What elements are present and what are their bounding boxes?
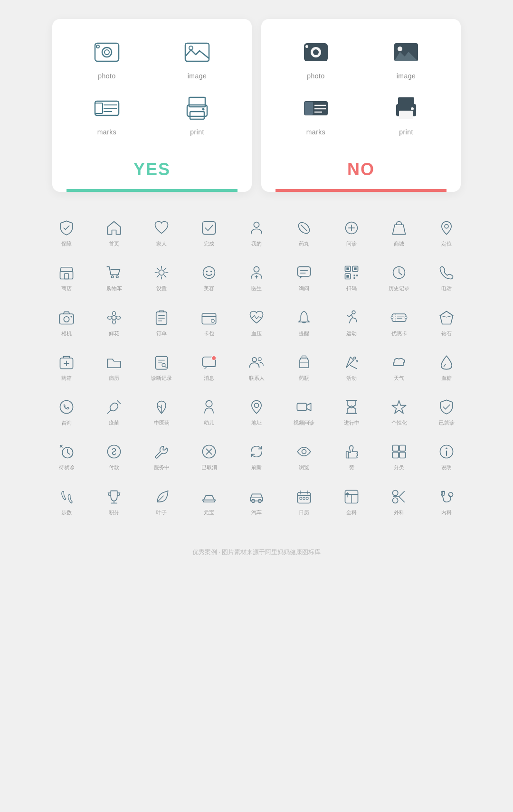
small-icon-label: 地址 xyxy=(251,419,262,426)
no-photo-label: photo xyxy=(307,72,325,80)
small-icon-28 xyxy=(105,354,123,371)
no-image-item: image xyxy=(366,38,446,80)
svg-point-130 xyxy=(446,448,447,449)
small-icon-label: 外科 xyxy=(394,509,404,516)
svg-rect-124 xyxy=(393,445,399,451)
small-icon-label: 询问 xyxy=(299,285,309,292)
yes-marks-icon xyxy=(93,94,121,123)
small-icon-48 xyxy=(200,443,218,460)
small-icon-item: 元宝 xyxy=(185,480,233,524)
small-icon-51 xyxy=(343,443,360,460)
small-icon-29 xyxy=(153,354,170,371)
small-icon-52 xyxy=(390,443,408,460)
small-icon-item: 已取消 xyxy=(185,434,233,479)
small-icon-item: 卡包 xyxy=(185,301,233,345)
small-icon-item: 日历 xyxy=(280,480,328,524)
small-icon-1 xyxy=(105,219,123,236)
small-icon-label: 积分 xyxy=(109,509,119,516)
small-icon-6 xyxy=(343,219,360,236)
no-print-icon xyxy=(392,94,420,123)
yes-image-label: image xyxy=(188,72,207,80)
small-icon-label: 活动 xyxy=(346,375,357,381)
small-icon-60 xyxy=(343,488,360,505)
yes-image-item: image xyxy=(157,38,238,80)
svg-rect-125 xyxy=(399,445,405,451)
svg-point-32 xyxy=(254,222,259,227)
small-icon-label: 电话 xyxy=(441,285,452,292)
small-icon-item: 待就诊 xyxy=(43,434,90,479)
small-icon-15 xyxy=(343,264,360,281)
small-icon-label: 诊断记录 xyxy=(151,375,172,381)
small-icon-59 xyxy=(295,488,313,505)
no-photo-item: photo xyxy=(276,38,356,80)
small-icon-50 xyxy=(295,443,313,460)
small-icon-label: 鲜花 xyxy=(109,330,119,337)
small-icon-label: 说明 xyxy=(441,464,452,471)
small-icon-46 xyxy=(105,443,123,460)
small-icon-item: 商城 xyxy=(375,211,423,255)
small-icon-item: 我的 xyxy=(233,211,280,255)
small-icon-label: 全科 xyxy=(346,509,357,516)
small-icon-label: 商店 xyxy=(61,285,72,292)
svg-point-1 xyxy=(102,47,112,57)
small-icon-item: 药箱 xyxy=(43,345,90,390)
small-icon-label: 首页 xyxy=(109,240,119,247)
small-icon-label: 钻石 xyxy=(441,330,452,337)
small-icon-61 xyxy=(390,488,408,505)
svg-rect-61 xyxy=(356,275,358,276)
svg-point-68 xyxy=(113,320,116,324)
small-icon-item: 浏览 xyxy=(280,434,328,479)
no-photo-icon xyxy=(302,38,330,66)
small-icon-label: 历史记录 xyxy=(389,285,409,292)
small-icon-17 xyxy=(438,264,455,281)
small-icon-grid: 保障首页家人完成我的药丸问诊商城定位商店购物车设置美容医生询问扫码历史记录电话相… xyxy=(43,211,470,524)
small-icon-label: 视频问诊 xyxy=(294,419,314,426)
small-icon-43 xyxy=(390,398,408,415)
small-icon-20 xyxy=(153,309,170,326)
small-icon-3 xyxy=(200,219,218,236)
svg-point-43 xyxy=(159,270,164,275)
no-marks-icon xyxy=(302,94,330,123)
svg-point-66 xyxy=(112,315,116,320)
small-icon-32 xyxy=(295,354,313,371)
small-icon-41 xyxy=(295,398,313,415)
small-icon-item: 付款 xyxy=(90,434,138,479)
svg-rect-58 xyxy=(354,268,357,271)
small-icon-item: 订单 xyxy=(138,301,185,345)
svg-line-34 xyxy=(301,225,307,231)
small-icon-label: 咨询 xyxy=(61,419,72,426)
small-icon-item: 电话 xyxy=(423,255,470,300)
yes-image-icon xyxy=(183,38,211,66)
small-icon-label: 日历 xyxy=(299,509,309,516)
small-icon-label: 购物车 xyxy=(106,285,122,292)
footer-text: 优秀案例 · 图片素材来源于阿里妈妈健康图标库 xyxy=(192,548,321,557)
small-icon-10 xyxy=(105,264,123,281)
small-icon-item: 叶子 xyxy=(138,480,185,524)
small-icon-item: 全科 xyxy=(328,480,375,524)
svg-point-96 xyxy=(212,356,216,360)
small-icon-53 xyxy=(438,443,455,460)
yes-print-icon xyxy=(183,94,211,123)
small-icon-37 xyxy=(105,398,123,415)
small-icon-label: 进行中 xyxy=(344,419,360,426)
yes-marks-item: marks xyxy=(66,94,147,136)
small-icon-label: 定位 xyxy=(441,240,452,247)
small-icon-56 xyxy=(153,488,170,505)
small-icon-label: 药丸 xyxy=(299,240,309,247)
yes-card: photo image xyxy=(52,19,252,192)
small-icon-0 xyxy=(58,219,75,236)
small-icon-54 xyxy=(58,488,75,505)
small-icon-item: 定位 xyxy=(423,211,470,255)
small-icon-24 xyxy=(343,309,360,326)
small-icon-38 xyxy=(153,398,170,415)
small-icon-label: 已就诊 xyxy=(439,419,455,426)
svg-rect-56 xyxy=(346,268,349,271)
small-icon-item: 分类 xyxy=(375,434,423,479)
svg-rect-75 xyxy=(202,313,216,324)
svg-line-108 xyxy=(108,410,111,414)
small-icon-label: 美容 xyxy=(204,285,214,292)
small-icon-item: 问诊 xyxy=(328,211,375,255)
small-icon-label: 扫码 xyxy=(346,285,357,292)
svg-point-123 xyxy=(302,450,306,454)
small-icon-label: 元宝 xyxy=(204,509,214,516)
